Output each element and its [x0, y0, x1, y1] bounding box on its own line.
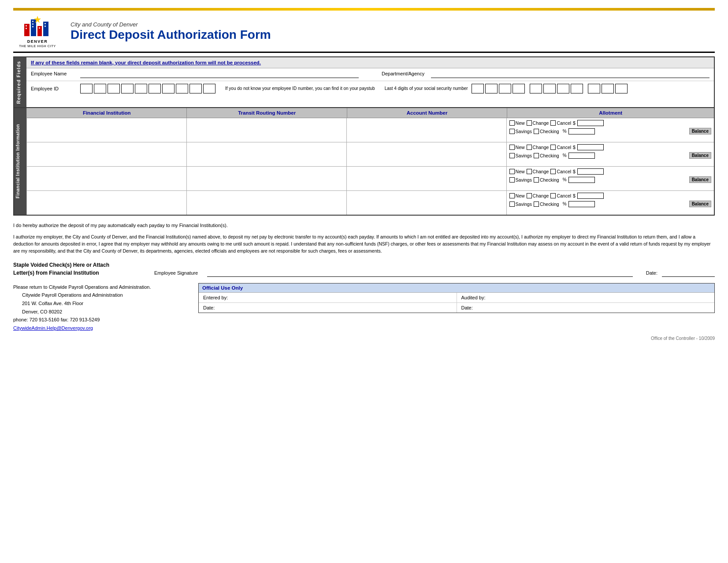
row1-savings-checkbox-label[interactable]: Savings	[509, 129, 532, 134]
logo-text: DENVER	[27, 39, 48, 44]
row2-checking-checkbox[interactable]	[534, 153, 539, 158]
row3-checking-checkbox[interactable]	[534, 177, 539, 183]
social-box-8[interactable]	[571, 84, 583, 93]
row2-checking-checkbox-label[interactable]: Checking	[534, 153, 559, 158]
row1-dollar-amount[interactable]	[577, 120, 604, 126]
id-box-5[interactable]	[135, 84, 147, 93]
employee-id-label: Employee ID	[31, 86, 75, 91]
row2-change-checkbox[interactable]	[527, 145, 532, 150]
signature-line[interactable]	[207, 269, 633, 277]
row2-change-checkbox-label[interactable]: Change	[527, 145, 549, 150]
social-box-10[interactable]	[602, 84, 614, 93]
allotment-row1-bottom: Savings Checking % Balance	[507, 127, 714, 136]
row3-cancel-checkbox-label[interactable]: Cancel	[550, 169, 571, 174]
row3-dollar-amount[interactable]	[577, 168, 604, 175]
id-box-10[interactable]	[203, 84, 215, 93]
row4-savings-checkbox-label[interactable]: Savings	[509, 201, 532, 207]
row2-new-checkbox[interactable]	[509, 145, 515, 150]
row1-cancel-checkbox[interactable]	[550, 120, 556, 126]
row2-new-checkbox-label[interactable]: New	[509, 145, 525, 150]
date-line[interactable]	[662, 269, 715, 277]
allotment-row2-top: New Change Cancel $	[507, 142, 714, 151]
contact-email[interactable]: CitywideAdmin.Help@Denvergov.org	[13, 325, 93, 331]
row4-checking-checkbox-label[interactable]: Checking	[534, 201, 559, 207]
row2-cancel-checkbox[interactable]	[550, 145, 556, 150]
row1-checking-checkbox-label[interactable]: Checking	[534, 129, 559, 134]
row3-savings-checkbox[interactable]	[509, 177, 515, 183]
id-box-3[interactable]	[108, 84, 120, 93]
svg-rect-6	[32, 21, 33, 22]
row1-new-checkbox[interactable]	[509, 120, 515, 126]
fi-row3-routing[interactable]	[187, 167, 347, 190]
row2-percent-amount[interactable]	[568, 153, 595, 159]
row1-change-checkbox-label[interactable]: Change	[527, 120, 549, 126]
fi-row4-routing[interactable]	[187, 191, 347, 215]
fi-row3-account[interactable]	[347, 167, 507, 190]
row4-dollar-amount[interactable]	[577, 193, 604, 199]
row3-percent-amount[interactable]	[568, 177, 595, 183]
fi-row3-allotment: New Change Cancel $ Savings Checking % B…	[507, 167, 714, 190]
contact-line2: Citywide Payroll Operations and Administ…	[22, 291, 181, 299]
svg-rect-4	[26, 25, 27, 26]
fi-row1-routing[interactable]	[187, 118, 347, 142]
id-box-4[interactable]	[121, 84, 134, 93]
row4-checking-checkbox[interactable]	[534, 201, 539, 207]
social-box-6[interactable]	[543, 84, 556, 93]
row1-checking-checkbox[interactable]	[534, 129, 539, 134]
id-box-1[interactable]	[80, 84, 93, 93]
fi-row2-routing[interactable]	[187, 142, 347, 166]
row4-new-checkbox[interactable]	[509, 193, 515, 198]
row3-balance-badge: Balance	[689, 176, 711, 183]
row3-change-checkbox[interactable]	[527, 169, 532, 174]
row1-savings-checkbox[interactable]	[509, 129, 515, 134]
social-box-9[interactable]	[588, 84, 600, 93]
row4-cancel-checkbox-label[interactable]: Cancel	[550, 193, 571, 198]
row3-savings-checkbox-label[interactable]: Savings	[509, 177, 532, 183]
official-use-header: Official Use Only	[199, 283, 714, 293]
row3-change-checkbox-label[interactable]: Change	[527, 169, 549, 174]
auth-paragraph: I authorize my employer, the City and Co…	[13, 233, 715, 255]
row4-change-checkbox[interactable]	[527, 193, 532, 198]
id-box-7[interactable]	[162, 84, 175, 93]
row1-change-checkbox[interactable]	[527, 120, 532, 126]
row1-percent-amount[interactable]	[568, 128, 595, 134]
row3-cancel-checkbox[interactable]	[550, 169, 556, 174]
social-box-3[interactable]	[499, 84, 511, 93]
fi-row1-institution[interactable]	[27, 118, 187, 142]
id-box-6[interactable]	[149, 84, 161, 93]
fi-row4-institution[interactable]	[27, 191, 187, 215]
social-box-5[interactable]	[530, 84, 542, 93]
fi-row2-institution[interactable]	[27, 142, 187, 166]
social-box-2[interactable]	[485, 84, 498, 93]
row1-cancel-checkbox-label[interactable]: Cancel	[550, 120, 571, 126]
row4-savings-checkbox[interactable]	[509, 201, 515, 207]
social-box-1[interactable]	[472, 84, 484, 93]
fi-row-3: New Change Cancel $ Savings Checking % B…	[27, 167, 714, 191]
social-box-4[interactable]	[513, 84, 525, 93]
row3-new-checkbox-label[interactable]: New	[509, 169, 525, 174]
department-input[interactable]	[431, 71, 709, 78]
row2-dollar-amount[interactable]	[577, 144, 604, 150]
fi-row4-account[interactable]	[347, 191, 507, 215]
row4-percent-amount[interactable]	[568, 201, 595, 207]
row2-savings-checkbox-label[interactable]: Savings	[509, 153, 532, 158]
row2-cancel-checkbox-label[interactable]: Cancel	[550, 145, 571, 150]
row3-checking-checkbox-label[interactable]: Checking	[534, 177, 559, 183]
row3-new-checkbox[interactable]	[509, 169, 515, 174]
row4-cancel-checkbox[interactable]	[550, 193, 556, 198]
fi-row3-institution[interactable]	[27, 167, 187, 190]
row1-new-checkbox-label[interactable]: New	[509, 120, 525, 126]
id-box-9[interactable]	[189, 84, 202, 93]
id-box-2[interactable]	[94, 84, 106, 93]
date-left-cell: Date:	[199, 303, 457, 313]
row2-savings-checkbox[interactable]	[509, 153, 515, 158]
id-box-8[interactable]	[176, 84, 188, 93]
employee-name-input[interactable]	[80, 71, 359, 78]
fi-row1-account[interactable]	[347, 118, 507, 142]
fi-row2-account[interactable]	[347, 142, 507, 166]
row4-change-checkbox-label[interactable]: Change	[527, 193, 549, 198]
row4-new-checkbox-label[interactable]: New	[509, 193, 525, 198]
row1-balance-badge: Balance	[689, 128, 711, 134]
social-box-11[interactable]	[615, 84, 628, 93]
social-box-7[interactable]	[557, 84, 569, 93]
